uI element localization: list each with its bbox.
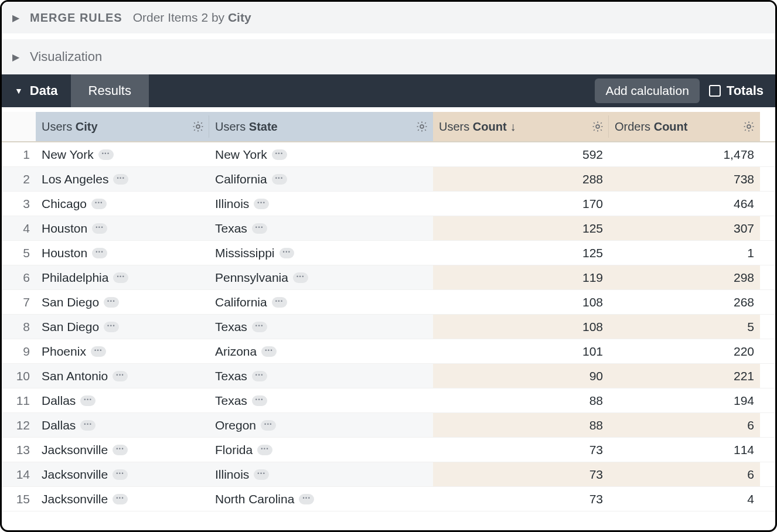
ellipsis-icon[interactable] <box>113 174 128 185</box>
cell-orders-count[interactable]: 221 <box>609 364 760 388</box>
cell-orders-count[interactable]: 194 <box>609 388 760 412</box>
cell-city[interactable]: Jacksonville <box>36 487 209 511</box>
ellipsis-icon[interactable] <box>261 420 276 431</box>
cell-users-count[interactable]: 73 <box>433 487 609 511</box>
cell-orders-count[interactable]: 6 <box>609 413 760 437</box>
cell-city[interactable]: New York <box>36 142 209 166</box>
header-users-count[interactable]: Users Count↓ <box>433 112 609 141</box>
cell-city[interactable]: Houston <box>36 241 209 265</box>
cell-users-count[interactable]: 73 <box>433 462 609 486</box>
ellipsis-icon[interactable] <box>261 346 277 357</box>
ellipsis-icon[interactable] <box>80 420 96 431</box>
gear-icon[interactable] <box>192 120 205 133</box>
header-users-city[interactable]: Users City <box>36 112 209 141</box>
cell-users-count[interactable]: 170 <box>433 192 609 216</box>
cell-orders-count[interactable]: 5 <box>609 315 760 339</box>
ellipsis-icon[interactable] <box>92 223 107 234</box>
cell-users-count[interactable]: 88 <box>433 388 609 412</box>
ellipsis-icon[interactable] <box>272 174 287 185</box>
ellipsis-icon[interactable] <box>91 346 106 357</box>
cell-orders-count[interactable]: 1 <box>609 241 760 265</box>
add-calculation-button[interactable]: Add calculation <box>595 79 699 103</box>
cell-users-count[interactable]: 90 <box>433 364 609 388</box>
ellipsis-icon[interactable] <box>272 297 287 308</box>
cell-city[interactable]: San Diego <box>36 290 209 314</box>
ellipsis-icon[interactable] <box>293 272 308 283</box>
cell-city[interactable]: Houston <box>36 216 209 240</box>
visualization-section[interactable]: ▶ Visualization <box>2 39 775 74</box>
header-users-state[interactable]: Users State <box>209 112 433 141</box>
cell-city[interactable]: Jacksonville <box>36 462 209 486</box>
ellipsis-icon[interactable] <box>104 322 119 332</box>
ellipsis-icon[interactable] <box>113 469 128 480</box>
cell-users-count[interactable]: 101 <box>433 339 609 363</box>
ellipsis-icon[interactable] <box>98 149 114 160</box>
cell-users-count[interactable]: 108 <box>433 315 609 339</box>
ellipsis-icon[interactable] <box>91 199 107 209</box>
ellipsis-icon[interactable] <box>80 395 96 406</box>
cell-orders-count[interactable]: 268 <box>609 290 760 314</box>
ellipsis-icon[interactable] <box>113 272 128 283</box>
cell-city[interactable]: San Diego <box>36 315 209 339</box>
data-tab[interactable]: ▼ Data <box>2 74 71 107</box>
cell-city[interactable]: Phoenix <box>36 339 209 363</box>
cell-users-count[interactable]: 73 <box>433 438 609 462</box>
cell-orders-count[interactable]: 220 <box>609 339 760 363</box>
cell-state[interactable]: Illinois <box>209 192 433 216</box>
cell-city[interactable]: Dallas <box>36 388 209 412</box>
ellipsis-icon[interactable] <box>252 223 267 234</box>
ellipsis-icon[interactable] <box>254 199 269 209</box>
cell-city[interactable]: Dallas <box>36 413 209 437</box>
ellipsis-icon[interactable] <box>113 445 128 455</box>
ellipsis-icon[interactable] <box>299 494 314 504</box>
cell-orders-count[interactable]: 738 <box>609 167 760 191</box>
cell-users-count[interactable]: 88 <box>433 413 609 437</box>
cell-orders-count[interactable]: 298 <box>609 265 760 289</box>
cell-state[interactable]: Arizona <box>209 339 433 363</box>
cell-orders-count[interactable]: 4 <box>609 487 760 511</box>
cell-state[interactable]: North Carolina <box>209 487 433 511</box>
cell-city[interactable]: Philadelphia <box>36 265 209 289</box>
cell-users-count[interactable]: 125 <box>433 216 609 240</box>
cell-orders-count[interactable]: 114 <box>609 438 760 462</box>
cell-users-count[interactable]: 125 <box>433 241 609 265</box>
header-orders-count[interactable]: Orders Count <box>609 112 760 141</box>
ellipsis-icon[interactable] <box>272 149 287 160</box>
cell-state[interactable]: Mississippi <box>209 241 433 265</box>
ellipsis-icon[interactable] <box>113 371 128 381</box>
gear-icon[interactable] <box>591 120 604 133</box>
cell-state[interactable]: Texas <box>209 388 433 412</box>
cell-orders-count[interactable]: 6 <box>609 462 760 486</box>
cell-users-count[interactable]: 592 <box>433 142 609 166</box>
cell-state[interactable]: California <box>209 290 433 314</box>
cell-state[interactable]: Oregon <box>209 413 433 437</box>
cell-city[interactable]: San Antonio <box>36 364 209 388</box>
totals-toggle[interactable]: Totals <box>706 74 775 107</box>
cell-orders-count[interactable]: 307 <box>609 216 760 240</box>
cell-state[interactable]: New York <box>209 142 433 166</box>
cell-state[interactable]: Texas <box>209 315 433 339</box>
ellipsis-icon[interactable] <box>254 469 269 480</box>
cell-state[interactable]: Illinois <box>209 462 433 486</box>
cell-state[interactable]: California <box>209 167 433 191</box>
ellipsis-icon[interactable] <box>252 322 267 332</box>
cell-state[interactable]: Texas <box>209 216 433 240</box>
cell-state[interactable]: Florida <box>209 438 433 462</box>
gear-icon[interactable] <box>415 120 428 133</box>
cell-city[interactable]: Los Angeles <box>36 167 209 191</box>
results-tab[interactable]: Results <box>71 74 149 107</box>
ellipsis-icon[interactable] <box>252 395 267 406</box>
cell-state[interactable]: Texas <box>209 364 433 388</box>
ellipsis-icon[interactable] <box>280 248 295 258</box>
ellipsis-icon[interactable] <box>92 248 107 258</box>
cell-orders-count[interactable]: 1,478 <box>609 142 760 166</box>
cell-orders-count[interactable]: 464 <box>609 192 760 216</box>
ellipsis-icon[interactable] <box>113 494 128 504</box>
cell-city[interactable]: Chicago <box>36 192 209 216</box>
cell-state[interactable]: Pennsylvania <box>209 265 433 289</box>
gear-icon[interactable] <box>742 120 755 133</box>
cell-users-count[interactable]: 119 <box>433 265 609 289</box>
ellipsis-icon[interactable] <box>252 371 267 381</box>
ellipsis-icon[interactable] <box>104 297 119 308</box>
cell-users-count[interactable]: 108 <box>433 290 609 314</box>
